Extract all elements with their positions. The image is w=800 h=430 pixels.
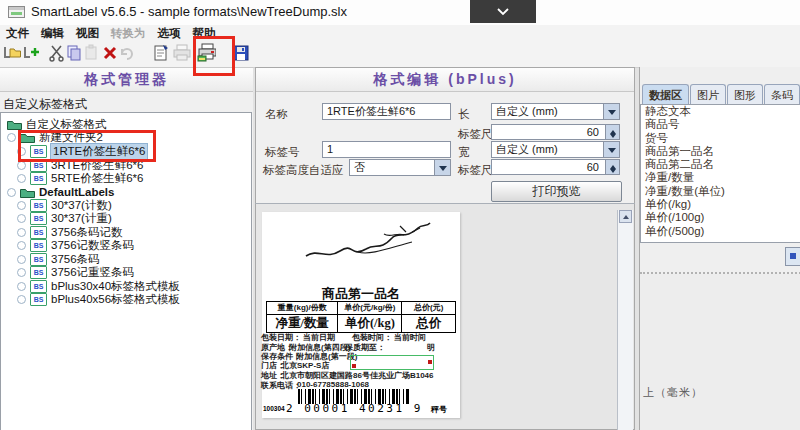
- barcode-left-code: 100304: [263, 405, 285, 412]
- bs-badge-icon: BS: [30, 212, 47, 225]
- custom-format-label: 自定义标签格式: [3, 96, 87, 113]
- list-item-netweight-unit[interactable]: 净重/数量(单位): [641, 185, 800, 198]
- menu-view[interactable]: 视图: [70, 26, 105, 41]
- price-table: 重量(kg)/份数 单价(元/kg/份) 总价(元) 净重/数量 单价(/kg)…: [266, 301, 456, 333]
- toolbar: [0, 41, 800, 68]
- list-item-price-500g[interactable]: 单价(/500g): [641, 225, 800, 238]
- panel-mini-button[interactable]: [785, 247, 800, 266]
- tree-toggle-icon[interactable]: [17, 295, 26, 304]
- spinner-arrows-icon[interactable]: [605, 125, 619, 139]
- width-combo[interactable]: 自定义 (mm): [491, 141, 620, 158]
- folder-icon: [20, 187, 35, 198]
- format-editor-header: 格式编辑 (bPlus): [256, 68, 634, 92]
- name-label: 名称: [265, 107, 288, 122]
- tree-toggle-icon[interactable]: [17, 201, 26, 210]
- copy-icon: [65, 44, 83, 62]
- spinner-arrows-icon[interactable]: [605, 160, 619, 174]
- menu-edit[interactable]: 编辑: [35, 26, 70, 41]
- tab-graphic[interactable]: 图形: [727, 84, 763, 104]
- tree-toggle-icon[interactable]: [17, 228, 26, 237]
- list-item-netweight[interactable]: 净重/数量: [641, 171, 800, 184]
- autofit-label: 标签高度自适应: [263, 163, 344, 178]
- list-item-item-no[interactable]: 货号: [641, 132, 800, 145]
- field-list: 静态文本 商品号 货号 商品第一品名 商品第二品名 净重/数量 净重/数量(单位…: [640, 104, 800, 243]
- tab-barcode[interactable]: 条码: [764, 84, 800, 104]
- autofit-combo[interactable]: 否: [349, 159, 451, 176]
- tree-toggle-icon[interactable]: [17, 174, 26, 183]
- new-folder-icon: [2, 43, 22, 63]
- scroll-up-button[interactable]: [619, 210, 632, 223]
- bs-badge-icon: BS: [30, 253, 47, 266]
- name-input[interactable]: 1RTE价签生鲜6*6: [322, 103, 451, 120]
- add-format-icon: [22, 43, 42, 63]
- combo-arrow-icon[interactable]: [434, 160, 450, 175]
- barcode-digits: 2 00001 40231 9: [286, 402, 423, 415]
- menu-file[interactable]: 文件: [0, 26, 35, 41]
- tree-toggle-icon[interactable]: [17, 214, 26, 223]
- menu-options[interactable]: 选项: [152, 26, 187, 41]
- list-item-static-text[interactable]: 静态文本: [641, 105, 800, 118]
- table-header-cell: 重量(kg)/份数: [267, 302, 338, 314]
- selection-handle[interactable]: [352, 364, 356, 368]
- properties-icon: [152, 44, 170, 62]
- bs-badge-icon: BS: [30, 172, 47, 185]
- copy-button[interactable]: [64, 43, 84, 63]
- paste-button: [82, 43, 102, 63]
- width-size-spinner[interactable]: 60: [491, 159, 620, 175]
- combo-arrow-icon[interactable]: [603, 142, 619, 157]
- list-item-price-100g[interactable]: 单价(/100g): [641, 211, 800, 224]
- list-item-name2[interactable]: 商品第二品名: [641, 158, 800, 171]
- new-folder-button[interactable]: [2, 43, 22, 63]
- preview-scrollbar[interactable]: [617, 210, 633, 430]
- window-title: SmartLabel v5.6.5 - sample formats\NewTr…: [31, 4, 347, 19]
- table-cell: 净重/数量: [267, 315, 338, 332]
- table-header-cell: 单价(元/kg/份): [338, 302, 402, 314]
- tab-image[interactable]: 图片: [690, 84, 726, 104]
- tree-item[interactable]: BS 30*37(计重): [17, 211, 112, 225]
- print-preview-button[interactable]: 打印预览: [491, 181, 622, 202]
- element-panel: 数据区 图片 图形 条码 营养成分 静态文本 商品号 货号 商品第一品名 商品第…: [639, 67, 800, 430]
- label-no-input[interactable]: 1: [322, 141, 451, 158]
- list-item-product-no[interactable]: 商品号: [641, 118, 800, 131]
- tree-item[interactable]: BS 3756记数竖条码: [17, 238, 134, 252]
- screen-overlay-chevron-button[interactable]: [470, 0, 536, 23]
- element-selection-box[interactable]: [350, 355, 434, 370]
- length-combo[interactable]: 自定义 (mm): [491, 103, 620, 120]
- new-format-button[interactable]: [22, 43, 42, 63]
- tree-item[interactable]: BS bPlus40x56标签格式模板: [17, 292, 180, 306]
- barcode-scale-label: 秤号: [431, 404, 447, 415]
- tree-toggle-icon[interactable]: [17, 282, 26, 291]
- tree-toggle-icon[interactable]: [17, 268, 26, 277]
- list-item-price-kg[interactable]: 单价(/kg): [641, 198, 800, 211]
- element-tabs: 数据区 图片 图形 条码 营养成分: [642, 84, 800, 104]
- paste-icon: [83, 44, 101, 62]
- app-logo-icon: [8, 5, 25, 19]
- bs-badge-icon: BS: [30, 280, 47, 293]
- tree-item[interactable]: BS 3756记重竖条码: [17, 265, 134, 279]
- bs-badge-icon: BS: [30, 266, 47, 279]
- tree-toggle-icon[interactable]: [7, 188, 16, 197]
- label-no-label: 标签号: [265, 145, 300, 160]
- label-line-origin: 原产地：附加信息(第四段) 保质期至：明: [261, 342, 459, 351]
- undo-button: [117, 43, 137, 63]
- length-size-spinner[interactable]: 60: [491, 124, 620, 140]
- combo-arrow-icon[interactable]: [603, 104, 619, 119]
- properties-button[interactable]: [151, 43, 171, 63]
- annotation-red-box-print: [193, 36, 235, 76]
- menu-convert: 转换为: [105, 26, 152, 41]
- folder-icon: [7, 119, 22, 130]
- bs-badge-icon: BS: [30, 226, 47, 239]
- label-line-address: 地址：北京市朝阳区建国路86号佳兆业广场B1046: [261, 370, 459, 379]
- selection-handle[interactable]: [428, 360, 432, 364]
- label-line-pack-date: 包装日期：当前日期 包装时间：当前时间: [261, 332, 459, 341]
- tree-toggle-icon[interactable]: [7, 133, 16, 142]
- tree-toggle-icon[interactable]: [17, 241, 26, 250]
- save-floppy-icon: [233, 45, 249, 61]
- tree-item[interactable]: BS 5RTE价签生鲜6*6: [17, 171, 143, 185]
- list-item-name1[interactable]: 商品第一品名: [641, 145, 800, 158]
- tab-data-area[interactable]: 数据区: [642, 84, 689, 104]
- table-cell: 单价(/kg): [338, 315, 402, 332]
- tree-toggle-icon[interactable]: [17, 255, 26, 264]
- top-mm-label: 上（毫米）: [643, 385, 703, 400]
- smartlabel-window: SmartLabel v5.6.5 - sample formats\NewTr…: [0, 0, 800, 430]
